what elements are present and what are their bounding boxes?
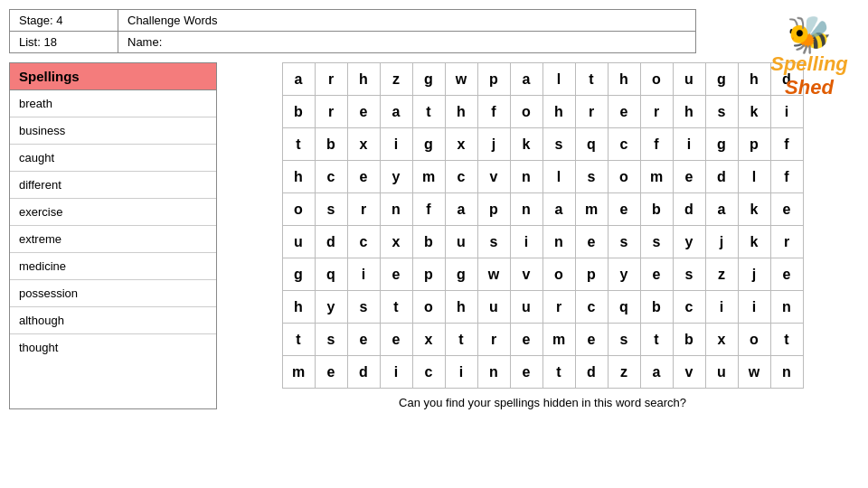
grid-cell: y	[380, 161, 412, 193]
grid-cell: i	[380, 356, 412, 389]
grid-cell: m	[412, 161, 445, 193]
grid-cell: t	[412, 96, 445, 128]
grid-cell: a	[640, 356, 673, 389]
grid-cell: b	[673, 324, 705, 356]
grid-row: tseextremestbxot	[282, 324, 803, 356]
grid-cell: s	[608, 324, 640, 356]
stage-label: Stage: 4	[10, 10, 118, 31]
grid-cell: w	[738, 356, 770, 389]
grid-cell: p	[412, 258, 445, 291]
grid-cell: k	[510, 128, 542, 161]
grid-cell: x	[445, 128, 477, 161]
spellings-panel: Spellings breath business caught differe…	[9, 62, 217, 409]
grid-cell: a	[445, 193, 477, 226]
grid-cell: n	[510, 193, 542, 226]
grid-cell: r	[347, 193, 380, 226]
grid-cell: d	[673, 193, 705, 226]
grid-cell: h	[445, 291, 477, 324]
grid-cell: f	[412, 193, 445, 226]
grid-cell: b	[282, 96, 315, 128]
grid-cell: y	[608, 258, 640, 291]
grid-cell: j	[477, 128, 510, 161]
grid-cell: w	[445, 63, 477, 96]
grid-cell: c	[608, 128, 640, 161]
grid-cell: e	[608, 96, 640, 128]
grid-row: hceymcvnlsomedlf	[282, 161, 803, 193]
grid-cell: e	[608, 193, 640, 226]
grid-cell: r	[640, 96, 673, 128]
grid-cell: i	[770, 96, 803, 128]
bee-icon: 🐝	[760, 16, 859, 52]
page: Stage: 4 Challenge Words List: 18 Name: …	[0, 9, 868, 488]
grid-cell: e	[640, 258, 673, 291]
grid-cell: h	[673, 96, 705, 128]
grid-row: breathfohrerhski	[282, 96, 803, 128]
grid-cell: p	[477, 63, 510, 96]
grid-cell: a	[380, 96, 412, 128]
grid-cell: l	[738, 161, 770, 193]
grid-cell: f	[770, 128, 803, 161]
grid-cell: u	[705, 356, 738, 389]
grid-cell: z	[380, 63, 412, 96]
grid-cell: r	[315, 96, 347, 128]
grid-cell: m	[282, 356, 315, 389]
grid-cell: s	[608, 226, 640, 258]
main-content: Spellings breath business caught differe…	[9, 62, 859, 409]
grid-cell: i	[445, 356, 477, 389]
grid-cell: s	[347, 291, 380, 324]
grid-row: tbxigxjksqcfigpf	[282, 128, 803, 161]
grid-cell: t	[575, 63, 608, 96]
grid-cell: c	[412, 356, 445, 389]
spelling-word-9: thought	[10, 334, 216, 361]
grid-cell: l	[542, 161, 575, 193]
spellings-header: Spellings	[10, 63, 216, 90]
grid-cell: a	[282, 63, 315, 96]
spelling-word-4: exercise	[10, 199, 216, 226]
grid-cell: s	[542, 128, 575, 161]
grid-cell: g	[705, 128, 738, 161]
grid-cell: d	[575, 356, 608, 389]
grid-cell: e	[347, 324, 380, 356]
grid-cell: p	[738, 128, 770, 161]
list-label: List: 18	[10, 32, 118, 52]
grid-cell: n	[380, 193, 412, 226]
grid-cell: u	[477, 291, 510, 324]
spelling-text: Spelling	[770, 52, 848, 75]
grid-cell: c	[575, 291, 608, 324]
grid-cell: q	[575, 128, 608, 161]
grid-cell: r	[542, 291, 575, 324]
grid-cell: h	[282, 161, 315, 193]
grid-row: udcxbusinessyjkr	[282, 226, 803, 258]
grid-cell: s	[673, 258, 705, 291]
grid-cell: f	[477, 96, 510, 128]
grid-cell: h	[347, 63, 380, 96]
grid-cell: t	[640, 324, 673, 356]
spelling-word-1: business	[10, 117, 216, 145]
grid-cell: e	[315, 356, 347, 389]
grid-cell: e	[347, 161, 380, 193]
grid-cell: b	[315, 128, 347, 161]
grid-cell: a	[510, 63, 542, 96]
grid-cell: o	[542, 258, 575, 291]
grid-cell: k	[738, 193, 770, 226]
grid-row: medicinetdzavuwn	[282, 356, 803, 389]
grid-cell: a	[542, 193, 575, 226]
grid-cell: o	[510, 96, 542, 128]
grid-cell: r	[315, 63, 347, 96]
grid-cell: g	[705, 63, 738, 96]
grid-cell: r	[770, 226, 803, 258]
grid-cell: x	[380, 226, 412, 258]
grid-row: gqiepgwvopyeszje	[282, 258, 803, 291]
grid-cell: z	[608, 356, 640, 389]
grid-cell: s	[575, 161, 608, 193]
grid-cell: e	[510, 356, 542, 389]
grid-cell: t	[770, 324, 803, 356]
grid-cell: b	[412, 226, 445, 258]
grid-cell: i	[510, 226, 542, 258]
grid-cell: e	[380, 324, 412, 356]
logo-text: Spelling Shed	[760, 52, 859, 99]
shed-text: Shed	[785, 76, 834, 99]
grid-cell: k	[738, 96, 770, 128]
grid-cell: n	[510, 161, 542, 193]
spelling-word-7: possession	[10, 280, 216, 307]
